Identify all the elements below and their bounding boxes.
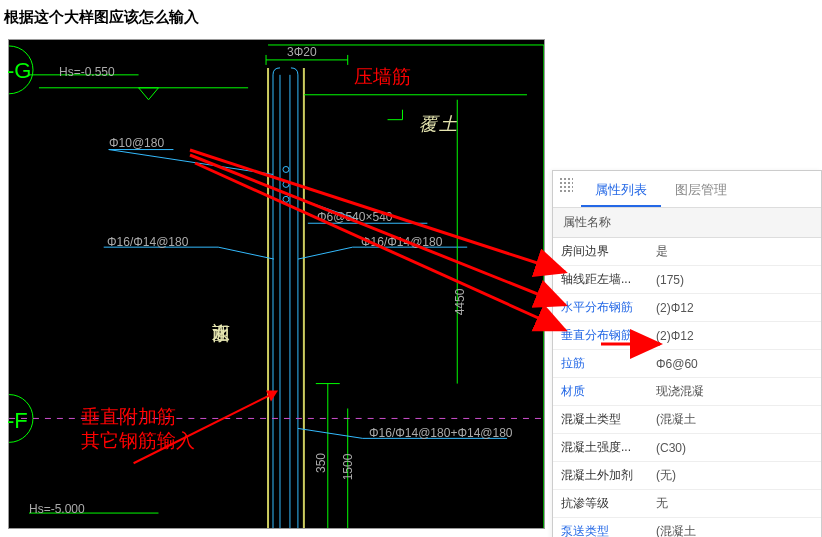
prop-key[interactable]: 水平分布钢筋: [553, 294, 648, 322]
prop-table: 房间边界是轴线距左墙...(175)水平分布钢筋(2)Φ12垂直分布钢筋(2)Φ…: [553, 238, 821, 537]
text-yingshui: 迎水面: [209, 308, 233, 314]
prop-key: 房间边界: [553, 238, 648, 266]
prop-value[interactable]: Φ6@60: [648, 350, 821, 378]
prop-row[interactable]: 混凝土强度...(C30): [553, 434, 821, 462]
prop-key: 混凝土外加剂: [553, 462, 648, 490]
prop-row[interactable]: 水平分布钢筋(2)Φ12: [553, 294, 821, 322]
text-350: 350: [314, 453, 328, 473]
property-panel: 属性列表 图层管理 属性名称 房间边界是轴线距左墙...(175)水平分布钢筋(…: [552, 170, 822, 537]
prop-value[interactable]: (C30): [648, 434, 821, 462]
prop-value[interactable]: 无: [648, 490, 821, 518]
text-1614-right: Φ16/Φ14@180: [361, 235, 442, 249]
prop-value[interactable]: 现浇混凝: [648, 378, 821, 406]
prop-row[interactable]: 混凝土类型(混凝土: [553, 406, 821, 434]
prop-row[interactable]: 抗渗等级无: [553, 490, 821, 518]
prop-row[interactable]: 拉筋Φ6@60: [553, 350, 821, 378]
text-hs-top: Hs=-0.550: [59, 65, 115, 79]
panel-tabs: 属性列表 图层管理: [553, 171, 821, 208]
tab-layers[interactable]: 图层管理: [661, 175, 741, 207]
prop-row[interactable]: 泵送类型(混凝土: [553, 518, 821, 538]
prop-row[interactable]: 混凝土外加剂(无): [553, 462, 821, 490]
prop-value[interactable]: (混凝土: [648, 518, 821, 538]
prop-row[interactable]: 房间边界是: [553, 238, 821, 266]
text-4450: 4450: [453, 289, 467, 316]
prop-value[interactable]: (175): [648, 266, 821, 294]
svg-point-13: [283, 181, 289, 187]
page-title: 根据这个大样图应该怎么输入: [0, 0, 822, 39]
annotation-chuizhi2: 其它钢筋输入: [81, 428, 195, 454]
svg-line-30: [298, 428, 363, 438]
prop-key: 混凝土类型: [553, 406, 648, 434]
panel-grip-icon[interactable]: [559, 177, 573, 193]
annotation-chuizhi1: 垂直附加筋: [81, 404, 176, 430]
prop-key[interactable]: 泵送类型: [553, 518, 648, 538]
text-1614-plus: Φ16/Φ14@180+Φ14@180: [369, 426, 513, 440]
prop-key[interactable]: 垂直分布钢筋: [553, 322, 648, 350]
prop-row[interactable]: 材质现浇混凝: [553, 378, 821, 406]
tab-attributes[interactable]: 属性列表: [581, 175, 661, 207]
text-1500: 1500: [341, 454, 355, 481]
prop-value[interactable]: (无): [648, 462, 821, 490]
text-6-540: Φ6@540×540: [317, 210, 392, 224]
text-10-180: Φ10@180: [109, 136, 164, 150]
prop-value[interactable]: (混凝土: [648, 406, 821, 434]
grid-label-f: -F: [7, 408, 28, 434]
prop-value[interactable]: (2)Φ12: [648, 322, 821, 350]
annotation-yaqiangjin: 压墙筋: [354, 64, 411, 90]
prop-key: 抗渗等级: [553, 490, 648, 518]
prop-row[interactable]: 垂直分布钢筋(2)Φ12: [553, 322, 821, 350]
text-top-dim: 3Φ20: [287, 45, 317, 59]
svg-point-12: [283, 166, 289, 172]
text-futu: 覆土: [419, 112, 459, 136]
prop-key[interactable]: 拉筋: [553, 350, 648, 378]
text-hs-bot: Hs=-5.000: [29, 502, 85, 516]
prop-key[interactable]: 材质: [553, 378, 648, 406]
cad-drawing: -G -F Hs=-0.550 Hs=-5.000 3Φ20 Φ10@180 Φ…: [8, 39, 545, 529]
svg-line-24: [298, 247, 353, 259]
svg-line-17: [109, 150, 273, 175]
text-1614-left: Φ16/Φ14@180: [107, 235, 188, 249]
prop-value[interactable]: 是: [648, 238, 821, 266]
prop-key: 轴线距左墙...: [553, 266, 648, 294]
prop-value[interactable]: (2)Φ12: [648, 294, 821, 322]
grid-label-g: -G: [7, 58, 31, 84]
svg-line-22: [218, 247, 274, 259]
prop-key: 混凝土强度...: [553, 434, 648, 462]
svg-point-14: [283, 196, 289, 202]
prop-row[interactable]: 轴线距左墙...(175): [553, 266, 821, 294]
prop-header: 属性名称: [553, 208, 821, 238]
